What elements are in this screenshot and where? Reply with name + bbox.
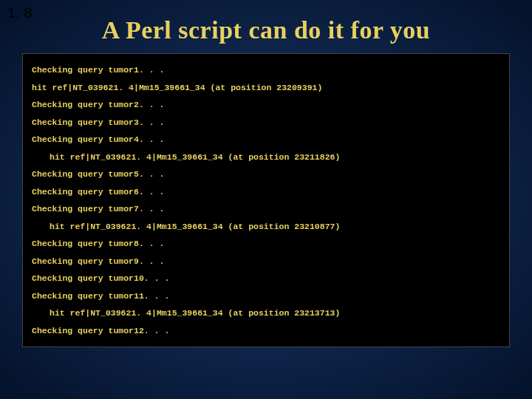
terminal-line: Checking query tumor5. . . — [32, 166, 500, 183]
terminal-line: Checking query tumor11. . . — [32, 287, 500, 305]
terminal-line: Checking query tumor10. . . — [32, 270, 500, 287]
terminal-line: Checking query tumor7. . . — [32, 200, 500, 218]
terminal-line: Checking query tumor4. . . — [32, 131, 500, 149]
terminal-line: hit ref|NT_039621. 4|Mm15_39661_34 (at p… — [32, 218, 500, 236]
terminal-line: Checking query tumor1. . . — [32, 61, 500, 79]
terminal-line: hit ref|NT_039621. 4|Mm15_39661_34 (at p… — [32, 79, 500, 97]
terminal-line: Checking query tumor8. . . — [32, 235, 500, 253]
terminal-line: Checking query tumor2. . . — [32, 96, 500, 114]
terminal-line: hit ref|NT_039621. 4|Mm15_39661_34 (at p… — [32, 149, 500, 166]
page-title: A Perl script can do it for you — [0, 0, 532, 53]
slide-number: 1. 8 — [7, 4, 32, 21]
terminal-output: Checking query tumor1. . .hit ref|NT_039… — [22, 53, 510, 347]
terminal-line: Checking query tumor12. . . — [32, 322, 500, 340]
terminal-line: hit ref|NT_039621. 4|Mm15_39661_34 (at p… — [32, 304, 500, 322]
terminal-line: Checking query tumor9. . . — [32, 253, 500, 270]
terminal-line: Checking query tumor6. . . — [32, 183, 500, 201]
terminal-line: Checking query tumor3. . . — [32, 114, 500, 132]
